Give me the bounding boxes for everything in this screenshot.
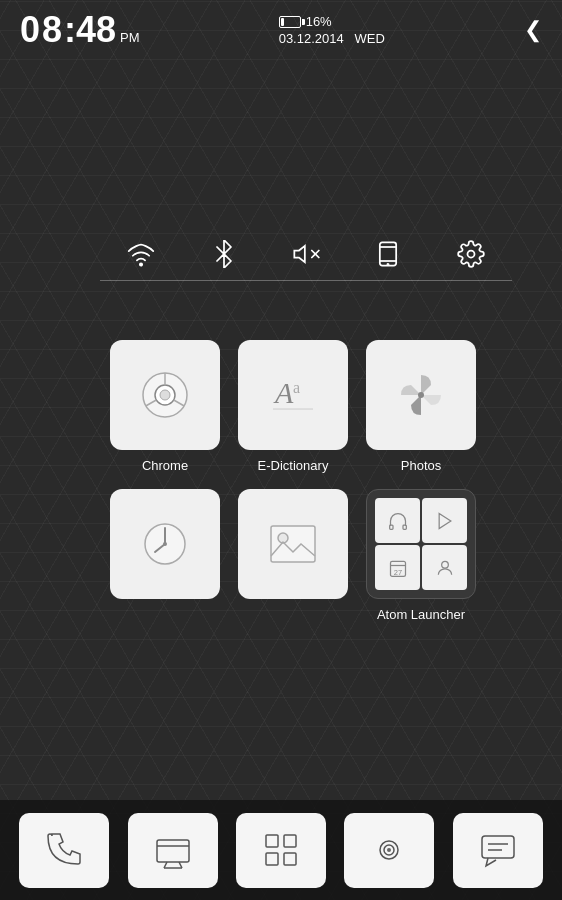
- folder-mini-play: [422, 498, 467, 543]
- svg-point-30: [441, 561, 448, 568]
- svg-point-17: [418, 392, 424, 398]
- app-photos[interactable]: Photos: [366, 340, 476, 473]
- svg-line-33: [179, 862, 182, 868]
- status-info: 16% 03.12.2014 WED: [279, 14, 385, 46]
- app-row-1: Chrome A a E-Dictionary: [110, 340, 512, 473]
- time-min: 48: [76, 9, 116, 51]
- svg-marker-26: [439, 513, 451, 528]
- folder-label: Atom Launcher: [377, 607, 465, 622]
- time-ampm: PM: [120, 30, 140, 45]
- folder-mini-person: [422, 545, 467, 590]
- bottom-dock: [0, 800, 562, 900]
- svg-rect-31: [157, 840, 189, 862]
- svg-rect-24: [389, 525, 392, 529]
- svg-point-7: [467, 251, 474, 258]
- edictionary-icon-box: A a: [238, 340, 348, 450]
- dock-phone[interactable]: [19, 813, 109, 888]
- battery-icon: [279, 16, 301, 28]
- svg-text:A: A: [273, 376, 294, 409]
- folder-mini-headphone: [375, 498, 420, 543]
- app-clock[interactable]: [110, 489, 220, 622]
- dock-apps[interactable]: [236, 813, 326, 888]
- app-chrome[interactable]: Chrome: [110, 340, 220, 473]
- dock-camera[interactable]: [344, 813, 434, 888]
- app-row-2: 27 Atom Launcher: [110, 489, 512, 622]
- svg-rect-25: [403, 525, 406, 529]
- chrome-icon-box: [110, 340, 220, 450]
- quick-settings: [100, 240, 512, 281]
- battery-info: 16%: [279, 14, 332, 29]
- svg-rect-43: [482, 836, 514, 858]
- svg-rect-39: [284, 853, 296, 865]
- gallery-icon-box: [238, 489, 348, 599]
- battery-fill: [281, 18, 284, 26]
- wifi-icon[interactable]: [127, 240, 155, 268]
- svg-rect-37: [284, 835, 296, 847]
- clock-icon-box: [110, 489, 220, 599]
- time-display: 08 : 48 PM: [20, 9, 140, 51]
- svg-point-21: [163, 542, 167, 546]
- svg-rect-36: [266, 835, 278, 847]
- app-grid: Chrome A a E-Dictionary: [110, 340, 512, 638]
- svg-rect-3: [380, 242, 396, 265]
- svg-rect-22: [271, 526, 315, 562]
- photos-label: Photos: [401, 458, 441, 473]
- chrome-label: Chrome: [142, 458, 188, 473]
- svg-point-0: [140, 263, 142, 265]
- edictionary-label: E-Dictionary: [258, 458, 329, 473]
- battery-percent: 16%: [306, 14, 332, 29]
- bluetooth-icon[interactable]: [210, 240, 238, 268]
- svg-point-6: [388, 264, 389, 265]
- back-button[interactable]: ❮: [524, 17, 542, 43]
- mute-icon[interactable]: [292, 240, 320, 268]
- date-display: 03.12.2014 WED: [279, 31, 385, 46]
- settings-icon[interactable]: [457, 240, 485, 268]
- time-hour: 08: [20, 9, 64, 51]
- svg-point-42: [387, 848, 391, 852]
- folder-icon-box: 27: [366, 489, 476, 599]
- folder-mini-calendar: 27: [375, 545, 420, 590]
- svg-point-10: [160, 390, 170, 400]
- app-gallery[interactable]: [238, 489, 348, 622]
- time-colon: :: [64, 9, 76, 51]
- dock-tv[interactable]: [128, 813, 218, 888]
- svg-text:a: a: [293, 379, 300, 396]
- photos-icon-box: [366, 340, 476, 450]
- dock-chat[interactable]: [453, 813, 543, 888]
- svg-text:27: 27: [393, 567, 401, 576]
- svg-line-32: [164, 862, 167, 868]
- svg-rect-38: [266, 853, 278, 865]
- status-bar: 08 : 48 PM 16% 03.12.2014 WED ❮: [0, 0, 562, 60]
- app-folder-atom[interactable]: 27 Atom Launcher: [366, 489, 476, 622]
- tablet-icon[interactable]: [374, 240, 402, 268]
- app-edictionary[interactable]: A a E-Dictionary: [238, 340, 348, 473]
